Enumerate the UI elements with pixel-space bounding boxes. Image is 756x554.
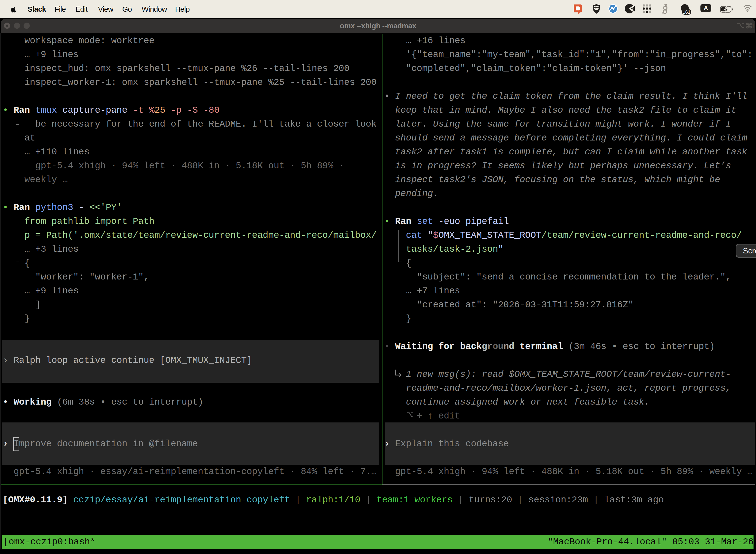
svg-text:1: 1 [751, 22, 755, 30]
svg-text:..61: ..61 [683, 10, 690, 15]
